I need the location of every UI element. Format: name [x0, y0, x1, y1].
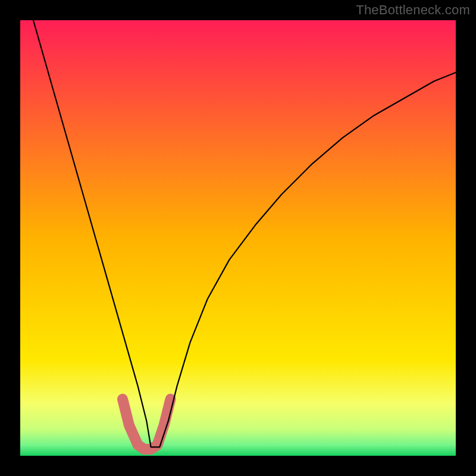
- chart-plot-area: [20, 20, 456, 456]
- chart-frame: TheBottleneck.com: [0, 0, 476, 476]
- chart-background: [20, 20, 456, 456]
- watermark-text: TheBottleneck.com: [356, 2, 470, 18]
- chart-svg: [20, 20, 456, 456]
